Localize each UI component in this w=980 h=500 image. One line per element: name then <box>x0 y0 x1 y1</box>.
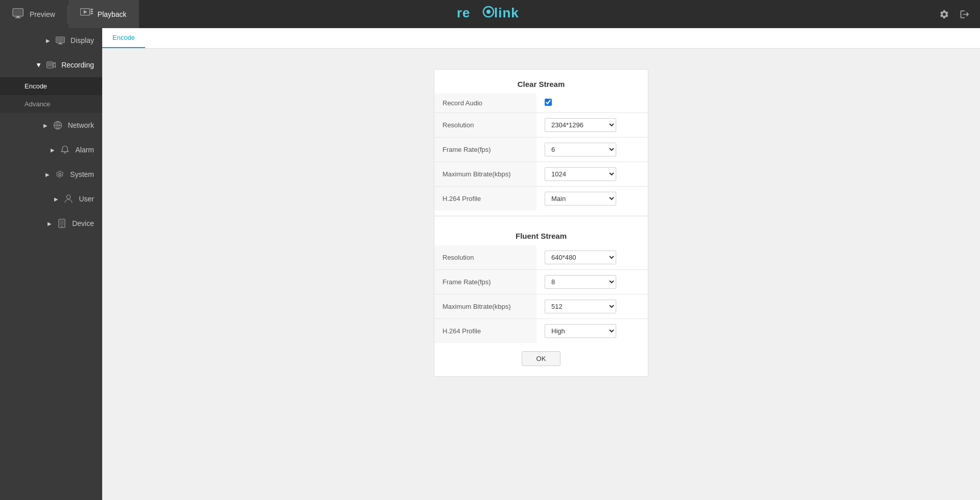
playback-label: Playback <box>98 10 127 18</box>
clear-bitrate-select[interactable]: 1024 512 256 2048 <box>545 167 616 181</box>
svg-text:link: link <box>494 5 519 20</box>
clear-resolution-row: Resolution 2304*1296 1920*1080 1280*720 … <box>434 113 648 138</box>
svg-rect-14 <box>57 38 64 42</box>
alarm-icon <box>60 145 70 155</box>
clear-frame-rate-select[interactable]: 6 8 10 15 20 25 30 <box>545 143 616 156</box>
topbar-actions <box>935 5 980 24</box>
recording-icon <box>46 60 56 70</box>
encode-panel: Clear Stream Record Audio Resolution 230… <box>434 69 648 377</box>
sidebar-system-label: System <box>70 170 94 178</box>
sidebar-network-label: Network <box>68 121 94 129</box>
sidebar-recording-label: Recording <box>61 61 94 69</box>
svg-marker-5 <box>83 10 87 14</box>
fluent-frame-rate-row: Frame Rate(fps) 8 10 15 20 25 30 <box>434 270 648 294</box>
system-icon <box>55 169 65 179</box>
svg-rect-7 <box>90 11 93 12</box>
encode-tab-label: Encode <box>112 34 135 41</box>
svg-rect-18 <box>48 63 52 67</box>
svg-rect-1 <box>14 10 22 15</box>
settings-button[interactable] <box>935 5 953 24</box>
topbar: Preview Playback re link <box>0 0 980 28</box>
fluent-bitrate-select[interactable]: 512 256 1024 <box>545 300 616 313</box>
playback-nav-item[interactable]: Playback <box>68 0 139 28</box>
fluent-h264-label: H.264 Profile <box>434 319 536 344</box>
sidebar-sub-advance[interactable]: Advance <box>0 95 102 113</box>
preview-label: Preview <box>30 10 55 18</box>
svg-rect-6 <box>90 9 93 10</box>
clear-frame-rate-row: Frame Rate(fps) 6 8 10 15 20 25 30 <box>434 138 648 162</box>
device-icon <box>57 218 67 229</box>
fluent-frame-rate-label: Frame Rate(fps) <box>434 270 536 294</box>
sidebar-alarm-label: Alarm <box>75 146 94 154</box>
record-audio-row: Record Audio <box>434 94 648 113</box>
recording-submenu: Encode Advance <box>0 77 102 113</box>
user-arrow-icon: ▶ <box>54 196 58 202</box>
fluent-resolution-row: Resolution 640*480 1280*720 1920*1080 <box>434 245 648 270</box>
user-icon <box>63 194 74 204</box>
ok-btn-row: OK <box>434 343 648 366</box>
sidebar-display-label: Display <box>71 36 94 44</box>
network-icon <box>53 120 63 130</box>
clear-bitrate-row: Maximum Bitrate(kbps) 1024 512 256 2048 <box>434 162 648 187</box>
stream-divider <box>434 216 648 216</box>
fluent-resolution-select[interactable]: 640*480 1280*720 1920*1080 <box>545 251 616 264</box>
sidebar-user-label: User <box>79 195 94 203</box>
svg-rect-28 <box>60 220 64 225</box>
system-arrow-icon: ▶ <box>45 172 50 177</box>
svg-rect-3 <box>15 17 21 18</box>
preview-icon <box>12 8 26 20</box>
clear-frame-rate-label: Frame Rate(fps) <box>434 138 536 162</box>
sidebar-item-user[interactable]: ▶ User <box>0 187 102 211</box>
recording-arrow-icon: ▶ <box>36 63 42 67</box>
svg-point-25 <box>67 195 71 199</box>
fluent-h264-select[interactable]: High Main Baseline <box>545 324 616 338</box>
alarm-arrow-icon: ▶ <box>51 147 55 153</box>
fluent-bitrate-row: Maximum Bitrate(kbps) 512 256 1024 <box>434 294 648 319</box>
sidebar-item-recording[interactable]: ▶ Recording <box>0 53 102 77</box>
fluent-frame-rate-select[interactable]: 8 10 15 20 25 30 <box>545 275 616 289</box>
logout-button[interactable] <box>955 5 974 24</box>
display-arrow-icon: ▶ <box>46 38 50 43</box>
ok-button-label: OK <box>536 355 546 362</box>
svg-point-24 <box>59 173 61 176</box>
sidebar-item-network[interactable]: ▶ Network <box>0 113 102 138</box>
svg-rect-2 <box>16 16 19 17</box>
sidebar-sub-encode[interactable]: Encode <box>0 77 102 95</box>
network-arrow-icon: ▶ <box>43 123 48 128</box>
sidebar-item-display[interactable]: ▶ Display <box>0 28 102 53</box>
device-arrow-icon: ▶ <box>48 221 52 226</box>
clear-stream-title: Clear Stream <box>434 70 648 94</box>
encode-panel-container: Clear Stream Record Audio Resolution 230… <box>102 49 980 397</box>
fluent-stream-table: Resolution 640*480 1280*720 1920*1080 Fr… <box>434 245 648 343</box>
clear-h264-row: H.264 Profile Main High Baseline <box>434 187 648 211</box>
sidebar-device-label: Device <box>72 219 94 228</box>
topbar-nav: Preview Playback <box>0 0 139 28</box>
svg-text:re: re <box>457 5 471 20</box>
tab-header: Encode <box>102 28 980 49</box>
clear-bitrate-label: Maximum Bitrate(kbps) <box>434 162 536 187</box>
clear-stream-table: Record Audio Resolution 2304*1296 1920*1… <box>434 94 648 211</box>
clear-h264-select[interactable]: Main High Baseline <box>545 192 616 206</box>
fluent-h264-row: H.264 Profile High Main Baseline <box>434 319 648 344</box>
ok-button[interactable]: OK <box>522 351 561 366</box>
svg-marker-19 <box>53 63 56 67</box>
content-area: Encode Clear Stream Record Audio Resolut… <box>102 28 980 500</box>
tab-encode[interactable]: Encode <box>102 28 145 48</box>
fluent-stream-title: Fluent Stream <box>434 221 648 245</box>
svg-point-11 <box>486 10 491 14</box>
record-audio-checkbox[interactable] <box>545 99 552 106</box>
fluent-resolution-label: Resolution <box>434 245 536 270</box>
sidebar-item-alarm[interactable]: ▶ Alarm <box>0 138 102 162</box>
sidebar-item-system[interactable]: ▶ System <box>0 162 102 187</box>
svg-rect-15 <box>59 43 62 44</box>
main-layout: ▶ Display ▶ Recording <box>0 28 980 500</box>
sidebar: ▶ Display ▶ Recording <box>0 28 102 500</box>
preview-nav-item[interactable]: Preview <box>0 0 67 28</box>
reolink-logo: re link <box>457 5 523 24</box>
sidebar-item-device[interactable]: ▶ Device <box>0 211 102 236</box>
clear-h264-label: H.264 Profile <box>434 187 536 211</box>
svg-rect-8 <box>90 13 93 14</box>
display-icon <box>55 35 65 46</box>
advance-sub-label: Advance <box>25 100 51 108</box>
clear-resolution-select[interactable]: 2304*1296 1920*1080 1280*720 640*480 <box>545 118 616 132</box>
